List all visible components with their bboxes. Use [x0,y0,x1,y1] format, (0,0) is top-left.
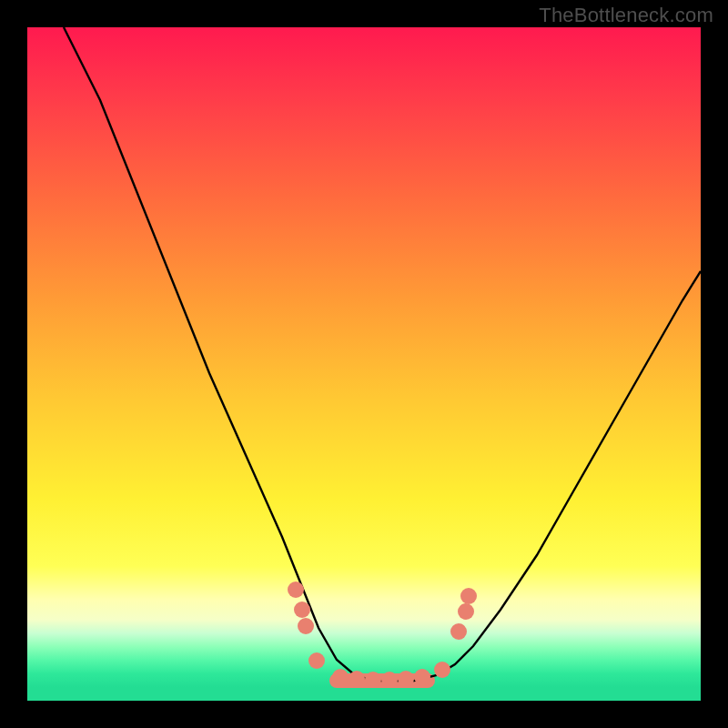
marker-dot [458,603,474,620]
marker-dot [398,671,414,687]
curve-layer [27,27,701,701]
plot-area [27,27,701,701]
marker-dot [450,623,467,640]
marker-dot [294,602,310,618]
marker-dot [365,672,381,688]
marker-dot [298,618,314,634]
marker-dot [349,671,365,687]
marker-dot [460,588,477,604]
marker-dot [332,669,349,685]
marker-dot [434,662,450,678]
marker-dot [288,581,304,598]
bottleneck-curve [64,27,701,681]
marker-dot [308,652,325,669]
curve-markers [288,581,477,688]
marker-dot [381,672,398,688]
watermark-text: TheBottleneck.com [539,4,713,27]
marker-dot [414,669,430,685]
chart-frame: TheBottleneck.com [0,0,728,728]
